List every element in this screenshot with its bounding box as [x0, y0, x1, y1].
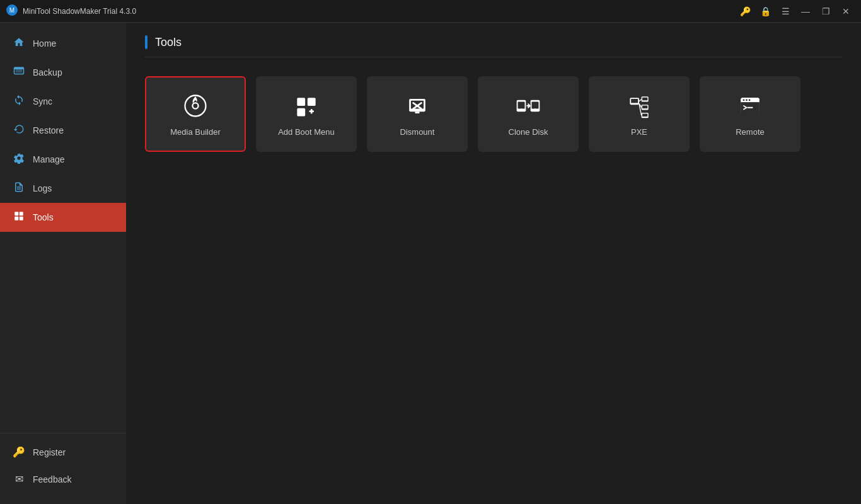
remote-label: Remote	[736, 127, 765, 137]
sidebar-label-logs: Logs	[33, 183, 52, 193]
restore-button[interactable]: ❐	[817, 3, 835, 20]
tool-card-media-builder[interactable]: Media Builder	[145, 76, 246, 152]
svg-rect-12	[308, 98, 316, 106]
sidebar-item-register[interactable]: 🔑 Register	[0, 438, 126, 466]
add-boot-menu-icon	[292, 92, 320, 120]
svg-rect-3	[16, 69, 23, 72]
svg-line-35	[639, 99, 642, 101]
logs-icon	[13, 181, 25, 195]
sidebar-label-sync: Sync	[33, 96, 52, 106]
window-controls: 🔑 🔒 ☰ — ❐ ✕	[736, 3, 855, 20]
tool-card-pxe[interactable]: PXE	[589, 76, 690, 152]
tool-card-add-boot-menu[interactable]: Add Boot Menu	[256, 76, 357, 152]
tools-icon	[13, 210, 25, 224]
sidebar-label-home: Home	[33, 38, 56, 49]
pxe-label: PXE	[631, 127, 647, 137]
svg-rect-7	[14, 217, 18, 220]
svg-rect-13	[297, 108, 305, 116]
tool-card-dismount[interactable]: Dismount	[367, 76, 468, 152]
svg-point-23	[521, 108, 523, 110]
menu-icon[interactable]: ☰	[777, 3, 794, 20]
sidebar-item-sync[interactable]: Sync	[0, 87, 126, 116]
key-icon[interactable]: 🔑	[736, 3, 754, 20]
sidebar-item-feedback[interactable]: ✉ Feedback	[0, 466, 126, 493]
sidebar-label-restore: Restore	[33, 125, 64, 135]
media-builder-label: Media Builder	[170, 127, 221, 137]
sidebar-label-register: Register	[33, 447, 66, 457]
svg-rect-32	[642, 105, 647, 108]
sidebar-label-manage: Manage	[33, 154, 65, 164]
main-content: Tools Media Builder	[126, 23, 861, 504]
tools-grid: Media Builder Add Boot Menu	[145, 76, 842, 152]
home-icon	[13, 37, 25, 50]
sidebar: Home Backup Sync Restore Manage	[0, 23, 126, 504]
svg-point-40	[743, 99, 745, 101]
minimize-button[interactable]: —	[797, 3, 814, 20]
page-header: Tools	[145, 35, 842, 57]
svg-point-41	[746, 99, 748, 101]
svg-rect-30	[642, 97, 647, 100]
svg-rect-17	[411, 100, 424, 108]
dismount-icon	[403, 92, 431, 120]
svg-rect-11	[297, 98, 305, 106]
pxe-icon	[625, 92, 653, 120]
sidebar-item-manage[interactable]: Manage	[0, 145, 126, 174]
clone-disk-label: Clone Disk	[509, 127, 548, 137]
svg-point-26	[535, 108, 536, 110]
lock-icon[interactable]: 🔒	[756, 3, 774, 20]
sidebar-item-tools[interactable]: Tools	[0, 203, 126, 232]
backup-icon	[13, 66, 25, 79]
svg-rect-34	[642, 113, 647, 117]
page-title: Tools	[155, 36, 182, 49]
manage-icon	[13, 152, 25, 166]
svg-point-10	[192, 103, 198, 108]
titlebar: M MiniTool ShadowMaker Trial 4.3.0 🔑 🔒 ☰…	[0, 0, 861, 23]
restore-icon	[13, 123, 25, 137]
dismount-label: Dismount	[400, 127, 435, 137]
sidebar-item-backup[interactable]: Backup	[0, 58, 126, 87]
svg-rect-20	[415, 112, 419, 113]
svg-text:M: M	[9, 7, 14, 14]
sync-icon	[13, 94, 25, 108]
sidebar-item-home[interactable]: Home	[0, 29, 126, 58]
svg-rect-4	[14, 67, 24, 69]
title-accent-bar	[145, 35, 147, 49]
svg-point-42	[749, 99, 751, 101]
feedback-icon: ✉	[13, 473, 25, 485]
svg-rect-15	[311, 109, 313, 113]
media-builder-icon	[182, 92, 209, 120]
tool-card-remote[interactable]: Remote	[700, 76, 800, 152]
app-logo: M	[6, 4, 18, 18]
add-boot-menu-label: Add Boot Menu	[278, 127, 335, 137]
clone-disk-icon	[514, 92, 542, 120]
register-icon: 🔑	[13, 446, 25, 458]
remote-icon	[736, 92, 764, 120]
app-body: Home Backup Sync Restore Manage	[0, 23, 861, 504]
close-button[interactable]: ✕	[837, 3, 855, 20]
svg-rect-25	[532, 101, 539, 108]
svg-rect-5	[14, 212, 18, 215]
app-title: MiniTool ShadowMaker Trial 4.3.0	[23, 7, 736, 16]
svg-rect-22	[518, 101, 525, 108]
sidebar-item-restore[interactable]: Restore	[0, 116, 126, 145]
tool-card-clone-disk[interactable]: Clone Disk	[478, 76, 579, 152]
sidebar-label-backup: Backup	[33, 67, 62, 77]
sidebar-label-feedback: Feedback	[33, 474, 71, 484]
svg-rect-8	[20, 217, 23, 220]
sidebar-label-tools: Tools	[33, 212, 54, 222]
sidebar-item-logs[interactable]: Logs	[0, 174, 126, 203]
svg-rect-28	[631, 99, 638, 103]
svg-rect-6	[20, 212, 23, 215]
